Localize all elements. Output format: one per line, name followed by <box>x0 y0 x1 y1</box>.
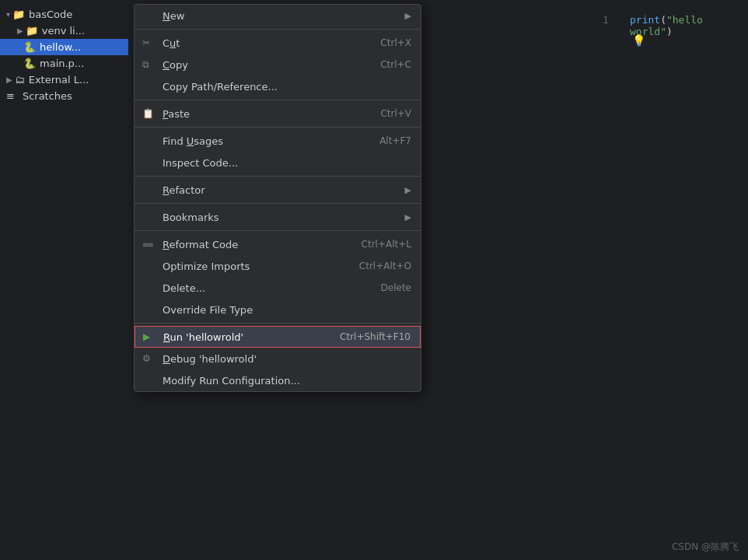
copy-shortcut: Ctrl+C <box>380 59 411 70</box>
menu-item-delete[interactable]: Delete... Delete <box>135 277 421 299</box>
menu-label-inspect-code: Inspect Code... <box>163 157 238 169</box>
sidebar-item-external[interactable]: ▶ 🗂 External L... <box>0 72 128 88</box>
menu-label-modify-run: Modify Run Configuration... <box>163 375 300 387</box>
sidebar-item-scratches[interactable]: ≡ Scratches <box>0 88 128 104</box>
expand-arrow: ▾ <box>6 10 10 19</box>
sidebar-item-label-hellow: hellow... <box>40 41 81 53</box>
sidebar-item-label-main: main.p... <box>40 58 84 69</box>
folder-icon: 📁 <box>12 9 25 20</box>
menu-label-optimize: Optimize Imports <box>163 261 250 272</box>
menu-item-modify-run[interactable]: Modify Run Configuration... <box>135 369 421 391</box>
external-icon: 🗂 <box>15 74 25 86</box>
code-line-1: print("hello world") <box>630 14 748 37</box>
menu-label-reformat: Reformat Code <box>163 239 238 250</box>
menu-label-override: Override File Type <box>163 304 253 316</box>
lightbulb-icon[interactable]: 💡 <box>632 34 645 47</box>
divider-6 <box>135 230 421 231</box>
cut-icon: ✂ <box>142 37 150 48</box>
menu-item-inspect-code[interactable]: Inspect Code... <box>135 152 421 173</box>
expand-arrow-venv: ▶ <box>17 26 23 35</box>
paren-close: ) <box>666 26 673 37</box>
paste-shortcut: Ctrl+V <box>380 108 411 119</box>
sidebar-item-label: basCode <box>29 9 72 20</box>
optimize-shortcut: Ctrl+Alt+O <box>359 261 411 271</box>
python-icon-hellow: 🐍 <box>23 41 36 53</box>
menu-item-cut[interactable]: ✂ Cut Ctrl+X <box>135 32 421 54</box>
scratches-icon: ≡ <box>6 90 15 102</box>
menu-item-copy[interactable]: ⧉ Copy Ctrl+C <box>135 54 421 75</box>
menu-label-delete: Delete... <box>163 282 205 294</box>
menu-item-find-usages[interactable]: Find Usages Alt+F7 <box>135 130 421 152</box>
menu-item-new[interactable]: New ▶ <box>135 5 421 26</box>
menu-label-cut: Cut <box>163 37 180 49</box>
sidebar-item-bascode[interactable]: ▾ 📁 basCode <box>0 6 128 23</box>
menu-item-copy-path[interactable]: Copy Path/Reference... <box>135 75 421 97</box>
watermark: CSDN @陈腾飞 <box>672 541 739 554</box>
run-shortcut: Ctrl+Shift+F10 <box>340 331 411 342</box>
paste-icon: 📋 <box>142 108 154 119</box>
sidebar-item-label-venv: venv li... <box>42 25 85 37</box>
sidebar-item-label-scratches: Scratches <box>23 90 72 102</box>
divider-5 <box>135 203 421 204</box>
cut-shortcut: Ctrl+X <box>380 37 411 48</box>
menu-item-bookmarks[interactable]: Bookmarks ▶ <box>135 206 421 228</box>
menu-label-copy-path: Copy Path/Reference... <box>163 81 278 93</box>
new-submenu-arrow: ▶ <box>405 11 411 21</box>
menu-item-debug[interactable]: ⚙ Debug 'hellowrold' <box>135 348 421 369</box>
bookmarks-submenu-arrow: ▶ <box>405 212 411 222</box>
debug-icon: ⚙ <box>142 353 151 364</box>
divider-3 <box>135 127 421 128</box>
context-menu: New ▶ ✂ Cut Ctrl+X ⧉ Copy Ctrl+C Copy Pa… <box>134 4 421 392</box>
expand-arrow-ext: ▶ <box>6 75 12 84</box>
menu-label-bookmarks: Bookmarks <box>163 212 219 223</box>
menu-item-paste[interactable]: 📋 Paste Ctrl+V <box>135 103 421 124</box>
menu-label-run: Run 'hellowrold' <box>163 331 243 343</box>
reformat-icon: ≡≡ <box>142 240 152 249</box>
menu-label-find-usages: Find Usages <box>163 135 223 147</box>
menu-item-optimize[interactable]: Optimize Imports Ctrl+Alt+O <box>135 255 421 277</box>
copy-icon: ⧉ <box>142 59 149 70</box>
delete-shortcut: Delete <box>381 282 411 293</box>
menu-label-refactor: Refactor <box>163 184 205 196</box>
divider-4 <box>135 176 421 177</box>
menu-item-override[interactable]: Override File Type <box>135 299 421 320</box>
python-icon-main: 🐍 <box>23 58 36 69</box>
menu-label-copy: Copy <box>163 59 188 71</box>
menu-item-refactor[interactable]: Refactor ▶ <box>135 179 421 201</box>
sidebar-item-label-external: External L... <box>29 74 89 86</box>
menu-label-debug: Debug 'hellowrold' <box>163 353 257 365</box>
divider-1 <box>135 29 421 30</box>
sidebar-item-main[interactable]: 🐍 main.p... <box>0 55 128 72</box>
line-number: 1 <box>603 14 609 26</box>
run-icon: ▶ <box>143 331 150 342</box>
sidebar-item-hellow[interactable]: 🐍 hellow... <box>0 39 128 55</box>
menu-label-paste: Paste <box>163 108 190 120</box>
menu-item-run[interactable]: ▶ Run 'hellowrold' Ctrl+Shift+F10 <box>135 326 421 348</box>
fn-name: print <box>630 14 660 26</box>
folder-icon-venv: 📁 <box>26 25 38 37</box>
refactor-submenu-arrow: ▶ <box>405 185 411 195</box>
sidebar-item-venv[interactable]: ▶ 📁 venv li... <box>0 23 128 39</box>
paren-open: ( <box>660 14 666 26</box>
sidebar: ▾ 📁 basCode ▶ 📁 venv li... 🐍 hellow... 🐍… <box>0 0 128 560</box>
menu-label-new: New <box>163 10 184 22</box>
reformat-shortcut: Ctrl+Alt+L <box>362 239 411 250</box>
divider-2 <box>135 100 421 100</box>
find-usages-shortcut: Alt+F7 <box>379 135 411 146</box>
divider-7 <box>135 323 421 324</box>
menu-item-reformat[interactable]: ≡≡ Reformat Code Ctrl+Alt+L <box>135 233 421 255</box>
